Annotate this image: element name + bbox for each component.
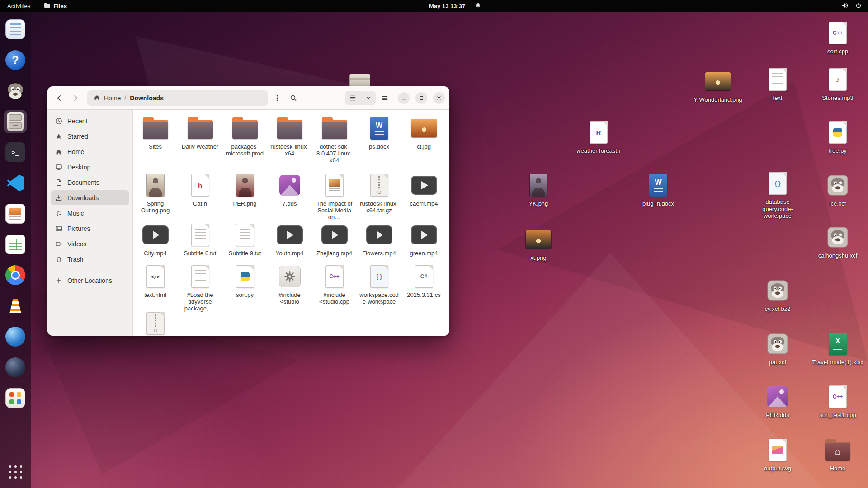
file-item[interactable]: Subtitle 6.txt <box>179 222 221 257</box>
desktop-icon-text[interactable]: text <box>750 67 805 102</box>
dock-item-terminal[interactable]: >_ <box>4 141 27 164</box>
desktop-icon-travel-mode-1-xlsx[interactable]: XTravel mode(1).xlsx <box>811 331 865 366</box>
desktop-icon-label: Stories.mp3 <box>822 94 853 102</box>
close-button[interactable] <box>433 92 445 104</box>
file-label: #include <studio <box>269 292 311 305</box>
file-item[interactable]: #Load the tidyverse package, … <box>179 264 221 312</box>
desktop-icon-y-wonderland-png[interactable]: Y Wonderland.png <box>691 69 745 103</box>
desktop-icon-per-dds[interactable]: PER.dds <box>750 384 805 419</box>
desktop-icon-pat-xcf[interactable]: pat.xcf <box>750 331 805 366</box>
dock-item-libreoffice-impress[interactable] <box>4 202 27 225</box>
list-view-button[interactable] <box>345 91 361 105</box>
desktop-icon-home[interactable]: ⌂Home <box>811 437 865 472</box>
path-segment-current[interactable]: Downloads <box>130 94 164 102</box>
file-item[interactable]: City.mp4 <box>134 222 176 257</box>
sidebar-item-trash[interactable]: Trash <box>51 252 129 267</box>
file-item[interactable]: Zhejiang.mp4 <box>313 222 355 257</box>
desktop-icon-plug-in-docx[interactable]: Wplug-in.docx <box>631 173 685 207</box>
search-button[interactable] <box>286 91 301 105</box>
file-item[interactable]: Spring Outing.png <box>134 173 176 214</box>
sidebar-item-home[interactable]: Home <box>51 144 129 159</box>
file-item[interactable]: Daily Weather <box>179 116 221 150</box>
clock-area[interactable]: May 13 13:37 <box>429 2 481 10</box>
file-item[interactable]: 7.dds <box>269 173 311 207</box>
sidebar-item-recent[interactable]: Recent <box>51 113 129 128</box>
sidebar-item-downloads[interactable]: Downloads <box>51 190 129 205</box>
file-item[interactable]: sort.py <box>224 264 266 299</box>
main-menu-button[interactable] <box>377 91 392 105</box>
desktop-icon-caihongshu-xcf[interactable]: caihongshu.xcf <box>811 225 865 259</box>
file-item[interactable]: C++#include <studio.cpp <box>313 264 355 305</box>
file-item[interactable]: #include <studio <box>269 264 311 305</box>
show-applications-button[interactable] <box>4 460 27 483</box>
dock-item-text-editor[interactable] <box>4 18 27 41</box>
dock-item-app-center[interactable] <box>4 386 27 410</box>
view-options-button[interactable] <box>361 91 376 105</box>
desktop-icon-weather-foreast-r[interactable]: Rweather foreast.r <box>571 120 626 155</box>
file-item[interactable]: ct.jpg <box>403 116 445 150</box>
dock-item-libreoffice-calc[interactable] <box>4 233 27 256</box>
file-item[interactable]: Wps.docx <box>358 116 400 150</box>
minimize-button[interactable] <box>398 92 410 104</box>
path-options-button[interactable] <box>270 91 284 105</box>
file-item[interactable]: Subtitle 9.txt <box>224 222 266 257</box>
dock-item-dark-app[interactable] <box>4 356 27 379</box>
power-icon[interactable] <box>855 2 862 10</box>
file-item[interactable]: green.mp4 <box>403 222 445 257</box>
file-item[interactable]: hCat.h <box>179 173 221 207</box>
sidebar-item-other-locations[interactable]: Other Locations <box>51 273 129 288</box>
path-segment-home[interactable]: Home <box>104 94 121 102</box>
dock-item-media-player[interactable] <box>4 325 27 348</box>
desktop-icon-xt-png[interactable]: xt.png <box>511 227 566 262</box>
desktop-icon-sort-test1-cpp[interactable]: C++sort_test1.cpp <box>811 384 865 419</box>
file-item[interactable]: </>text.html <box>134 264 176 299</box>
sidebar-item-label: Music <box>67 210 84 217</box>
clock: May 13 13:37 <box>429 3 465 9</box>
file-item[interactable]: C#2025.3.31.cs <box>403 264 445 299</box>
dock-item-vscode[interactable] <box>4 171 27 195</box>
file-item[interactable]: The Impact of Social Media on… <box>313 173 355 221</box>
sidebar-item-videos[interactable]: Videos <box>51 236 129 251</box>
desktop-icon-glyph: ⌂ <box>825 437 850 463</box>
desktop-icon-sort-cpp[interactable]: C++sort.cpp <box>811 20 865 55</box>
dock-item-help[interactable]: ? <box>4 48 27 72</box>
dock-item-chrome[interactable] <box>4 263 27 287</box>
file-icon <box>236 222 254 248</box>
file-icon <box>146 311 165 336</box>
sidebar-item-music[interactable]: Music <box>51 206 129 221</box>
sidebar-item-desktop[interactable]: Desktop <box>51 160 129 174</box>
activities-button[interactable]: Activities <box>7 3 30 9</box>
file-item[interactable]: { }workspace.code-workspace <box>358 264 400 305</box>
desktop-icon-tree-py[interactable]: tree.py <box>811 120 865 155</box>
focused-app-indicator[interactable]: Files <box>44 3 67 9</box>
desktop-icon-output-svg[interactable]: output.svg <box>750 437 805 472</box>
sidebar-item-pictures[interactable]: Pictures <box>51 221 129 236</box>
desktop-icon-stories-mp3[interactable]: ♪Stories.mp3 <box>811 67 865 102</box>
file-item[interactable]: packages-microsoft-prod <box>224 116 266 157</box>
sidebar-item-label: Recent <box>67 117 87 125</box>
desktop-icon-ice-xcf[interactable]: ice.xcf <box>811 173 865 207</box>
desktop-icon-database-query-code-workspace[interactable]: { }database query.code-workspace <box>750 171 805 220</box>
file-item[interactable]: rustdesk-linux-x64.tar.gz <box>358 173 400 214</box>
file-item[interactable] <box>134 311 176 336</box>
forward-button[interactable] <box>68 91 83 105</box>
file-item[interactable]: Youth.mp4 <box>269 222 311 257</box>
dock-item-vlc[interactable] <box>4 294 27 318</box>
file-item[interactable]: Flowers.mp4 <box>358 222 400 257</box>
dock-item-gimp[interactable] <box>4 79 27 103</box>
file-item[interactable]: Sites <box>134 116 176 150</box>
file-item[interactable]: caerrr.mp4 <box>403 173 445 207</box>
desktop-icon-yk-png[interactable]: YK.png <box>511 173 566 207</box>
sidebar-item-starred[interactable]: Starred <box>51 129 129 144</box>
back-button[interactable] <box>52 91 66 105</box>
dock-item-files[interactable] <box>4 110 27 133</box>
file-item[interactable]: dotnet-sdk-8.0.407-linux-x64 <box>313 116 355 164</box>
desktop-icon-cy-xcf-bz2[interactable]: cy.xcf.bz2 <box>750 278 805 313</box>
sidebar-item-documents[interactable]: Documents <box>51 175 129 190</box>
volume-icon[interactable] <box>841 2 849 10</box>
path-bar[interactable]: Home / Downloads <box>87 90 268 106</box>
file-item[interactable]: rustdesk-linux-x64 <box>269 116 311 157</box>
maximize-button[interactable] <box>415 92 427 104</box>
file-item[interactable]: PER.png <box>224 173 266 207</box>
grid-icon <box>9 465 22 479</box>
